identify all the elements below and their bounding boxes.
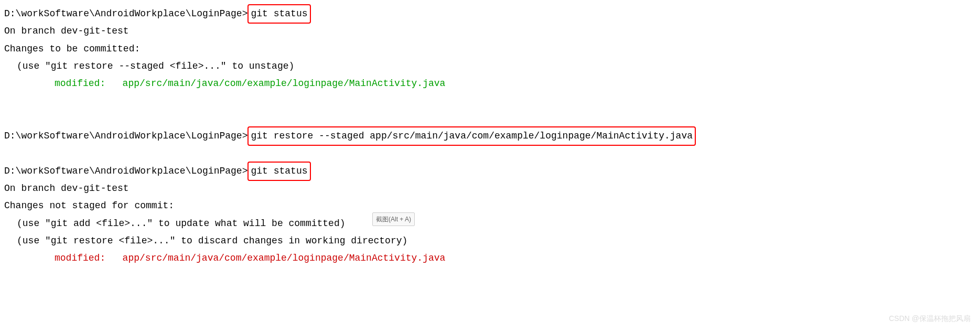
output-hint-2a: (use "git add <file>..." to update what … <box>4 215 980 232</box>
output-header-1: Changes to be committed: <box>4 40 980 58</box>
screenshot-tooltip: 截图(Alt + A) <box>372 212 415 226</box>
prompt-text-2: D:\workSoftware\AndroidWorkplace\LoginPa… <box>4 131 247 141</box>
terminal-line-1: D:\workSoftware\AndroidWorkplace\LoginPa… <box>4 5 980 23</box>
tooltip-text: 截图(Alt + A) <box>376 216 411 223</box>
staged-modified-file: modified: app/src/main/java/com/example/… <box>4 75 980 92</box>
output-header-2: Changes not staged for commit: <box>4 197 980 215</box>
blank-line-1 <box>4 92 980 110</box>
command-2: git restore --staged app/src/main/java/c… <box>251 131 693 141</box>
output-branch-2: On branch dev-git-test <box>4 180 980 197</box>
command-highlight-2: git restore --staged app/src/main/java/c… <box>247 126 696 146</box>
command-highlight-1: git status <box>247 4 310 24</box>
command-highlight-3: git status <box>247 162 310 181</box>
blank-line-2 <box>4 110 980 127</box>
terminal-line-3: D:\workSoftware\AndroidWorkplace\LoginPa… <box>4 163 980 180</box>
prompt-text-3: D:\workSoftware\AndroidWorkplace\LoginPa… <box>4 166 247 176</box>
terminal-line-2: D:\workSoftware\AndroidWorkplace\LoginPa… <box>4 127 980 145</box>
unstaged-modified-file: modified: app/src/main/java/com/example/… <box>4 250 980 267</box>
prompt-text: D:\workSoftware\AndroidWorkplace\LoginPa… <box>4 8 247 19</box>
command-1: git status <box>251 8 307 19</box>
blank-line-3 <box>4 145 980 162</box>
command-3: git status <box>251 166 307 176</box>
output-hint-1: (use "git restore --staged <file>..." to… <box>4 58 980 75</box>
output-hint-2b: (use "git restore <file>..." to discard … <box>4 232 980 250</box>
output-branch-1: On branch dev-git-test <box>4 23 980 40</box>
csdn-watermark: CSDN @保温杯拖把风扇 <box>889 312 971 326</box>
